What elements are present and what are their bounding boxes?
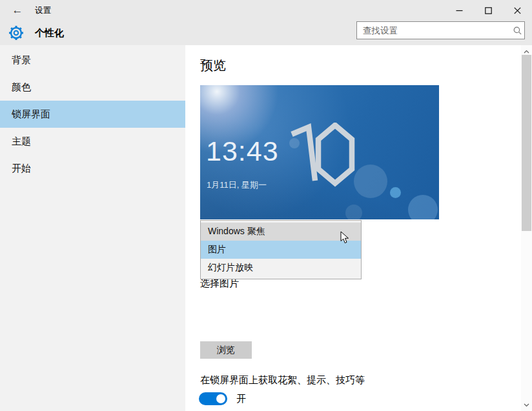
bokeh-circle (390, 187, 401, 198)
mouse-pointer-icon (340, 231, 349, 245)
settings-window: ← 设置 (0, 0, 532, 411)
sidebar-item-start[interactable]: 开始 (0, 155, 185, 182)
back-arrow-icon[interactable]: ← (9, 2, 26, 19)
dropdown-option-windows-spotlight[interactable]: Windows 聚焦 (201, 223, 361, 241)
gear-icon (8, 25, 25, 41)
lockscreen-time: 13:43 (206, 135, 279, 167)
titlebar: ← 设置 (0, 0, 532, 21)
minimize-icon (456, 7, 463, 14)
maximize-icon (485, 7, 492, 14)
scrollbar-thumb[interactable] (522, 55, 531, 231)
search-icon[interactable] (510, 26, 524, 35)
search-input[interactable] (357, 26, 510, 35)
dropdown-option-slideshow[interactable]: 幻灯片放映 (201, 259, 361, 277)
maximize-button[interactable] (474, 0, 503, 21)
sidebar-item-background[interactable]: 背景 (0, 46, 185, 74)
sidebar-item-colors[interactable]: 颜色 (0, 74, 185, 101)
window-controls (445, 0, 532, 21)
close-button[interactable] (503, 0, 532, 21)
page-header: 个性化 (0, 21, 532, 45)
bokeh-circle (354, 165, 387, 198)
content-pane: 预览 13:43 1月11日, 星期一 选择图片 Windows 聚焦 (185, 45, 532, 411)
lockscreen-tips-label: 在锁屏界面上获取花絮、提示、技巧等 (200, 374, 365, 386)
vertical-scrollbar[interactable] (521, 45, 532, 411)
bokeh-circle (408, 195, 438, 219)
sidebar: 背景 颜色 锁屏界面 主题 开始 (0, 45, 185, 411)
search-box (356, 21, 525, 39)
dropdown-option-picture[interactable]: 图片 (201, 241, 361, 259)
toggle-knob (216, 394, 225, 403)
close-icon (514, 7, 521, 14)
browse-button[interactable]: 浏览 (200, 341, 252, 359)
sidebar-item-lockscreen[interactable]: 锁屏界面 (0, 101, 185, 128)
page-title: 个性化 (35, 27, 64, 39)
preview-heading: 预览 (200, 57, 226, 74)
toggle-state-label: 开 (236, 393, 246, 405)
lockscreen-tips-toggle[interactable] (199, 392, 227, 405)
minimize-button[interactable] (445, 0, 474, 21)
windows-10-logo (284, 123, 355, 187)
bokeh-circle (345, 205, 362, 219)
window-title: 设置 (35, 5, 51, 16)
main-area: 背景 颜色 锁屏界面 主题 开始 预览 13:43 1月11日, 星期一 (0, 45, 532, 411)
scrollbar-down-icon[interactable] (521, 400, 532, 410)
lockscreen-date: 1月11日, 星期一 (207, 179, 267, 191)
sidebar-item-themes[interactable]: 主题 (0, 128, 185, 155)
lockscreen-preview-image: 13:43 1月11日, 星期一 (200, 85, 439, 219)
background-dropdown: Windows 聚焦 图片 幻灯片放映 (200, 220, 362, 279)
